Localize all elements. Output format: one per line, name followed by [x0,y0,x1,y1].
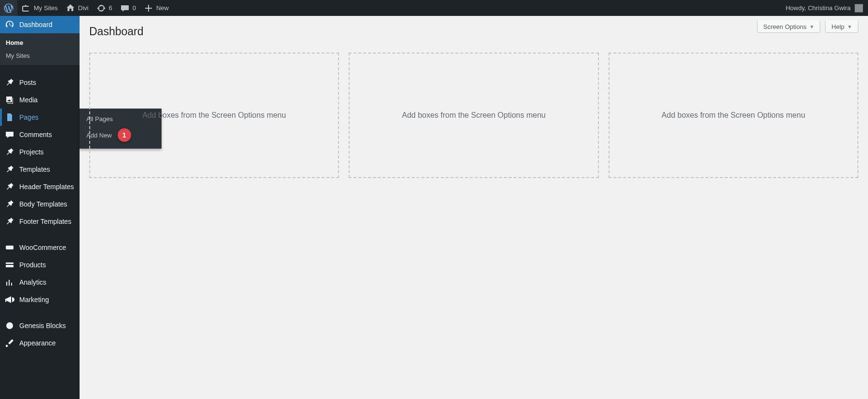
empty-box-text: Add boxes from the Screen Options menu [402,111,546,120]
network-icon [21,3,31,13]
sidebar-posts-label: Posts [19,79,75,86]
sidebar-body-templates-label: Body Templates [19,200,75,208]
sidebar-genesis-blocks-label: Genesis Blocks [19,322,75,330]
sidebar-item-woocommerce[interactable]: WooCommerce [0,239,80,256]
adminbar-updates-count: 6 [109,4,112,12]
plus-icon [144,3,153,13]
svg-point-1 [6,322,13,329]
svg-rect-0 [6,246,14,249]
empty-box-text: Add boxes from the Screen Options menu [142,111,286,120]
sidebar-item-pages[interactable]: Pages All Pages Add New 1 [0,109,80,126]
pushpin-icon [5,78,14,87]
page-title: Dashboard [89,21,144,40]
header-row: Dashboard Screen Options ▼ Help ▼ [89,16,858,40]
sidebar-analytics-label: Analytics [19,278,75,286]
sidebar-item-header-templates[interactable]: Header Templates [0,178,80,195]
sidebar-item-body-templates[interactable]: Body Templates [0,195,80,213]
howdy-text: Howdy, Christina Gwira [786,4,851,12]
sidebar-item-appearance[interactable]: Appearance [0,334,80,352]
wp-logo[interactable] [0,0,17,16]
help-label: Help [831,23,844,30]
home-icon [66,3,75,13]
sidebar-item-posts[interactable]: Posts [0,74,80,91]
adminbar-my-sites-label: My Sites [34,4,58,12]
sidebar-item-comments[interactable]: Comments [0,126,80,143]
help-button[interactable]: Help ▼ [825,21,858,33]
updates-icon [96,3,106,13]
sidebar-sub-my-sites[interactable]: My Sites [0,49,80,62]
adminbar-new-label: New [156,4,169,12]
pushpin-icon [5,165,14,174]
content-area: Dashboard Screen Options ▼ Help ▼ Add bo… [80,16,868,399]
pushpin-icon [5,182,14,192]
woocommerce-icon [5,243,14,252]
sidebar-woocommerce-label: WooCommerce [19,244,75,251]
adminbar-comments-count: 0 [133,4,136,12]
sidebar-item-projects[interactable]: Projects [0,143,80,161]
chevron-down-icon: ▼ [809,24,814,29]
megaphone-icon [5,295,14,304]
dashboard-empty-box: Add boxes from the Screen Options menu [89,53,339,178]
page-icon [5,112,14,122]
screen-options-label: Screen Options [763,23,807,30]
sidebar-templates-label: Templates [19,165,75,173]
sidebar-dashboard-submenu: Home My Sites [0,33,80,65]
sidebar-media-label: Media [19,96,75,104]
sidebar-item-media[interactable]: Media [0,91,80,109]
sidebar-sub-home[interactable]: Home [0,36,80,49]
sidebar-item-products[interactable]: Products [0,256,80,274]
sidebar-item-templates[interactable]: Templates [0,161,80,178]
empty-box-text: Add boxes from the Screen Options menu [662,111,805,120]
adminbar-comments[interactable]: 0 [116,0,140,16]
pushpin-icon [5,217,14,226]
adminbar-site-name-label: Divi [78,4,89,12]
sidebar-marketing-label: Marketing [19,296,75,303]
brush-icon [5,338,14,348]
sidebar-item-genesis-blocks[interactable]: Genesis Blocks [0,317,80,334]
analytics-icon [5,277,14,287]
genesis-icon [5,321,14,330]
sidebar-header-templates-label: Header Templates [19,183,75,191]
admin-sidebar: Dashboard Home My Sites Posts Media Page… [0,16,80,399]
sidebar-comments-label: Comments [19,131,75,138]
sidebar-projects-label: Projects [19,148,75,156]
sidebar-pages-label: Pages [19,113,75,121]
adminbar-account[interactable]: Howdy, Christina Gwira [781,4,868,13]
sidebar-dashboard-label: Dashboard [19,21,75,28]
wordpress-icon [4,3,14,13]
sidebar-appearance-label: Appearance [19,339,75,347]
sidebar-item-footer-templates[interactable]: Footer Templates [0,213,80,230]
dashboard-empty-box: Add boxes from the Screen Options menu [609,53,858,178]
screen-options-button[interactable]: Screen Options ▼ [757,21,821,33]
chevron-down-icon: ▼ [847,24,852,29]
adminbar-my-sites[interactable]: My Sites [17,0,62,16]
comment-icon [5,130,14,139]
sidebar-item-marketing[interactable]: Marketing [0,291,80,308]
dashboard-icon [5,20,14,29]
comments-icon [120,3,130,13]
admin-bar: My Sites Divi 6 0 New Howdy, Christina G… [0,0,868,16]
adminbar-site-name[interactable]: Divi [62,0,93,16]
products-icon [5,260,14,270]
adminbar-updates[interactable]: 6 [93,0,116,16]
dashboard-widgets-grid: Add boxes from the Screen Options menu A… [89,53,858,178]
pushpin-icon [5,147,14,157]
pushpin-icon [5,199,14,209]
dashboard-empty-box: Add boxes from the Screen Options menu [349,53,598,178]
adminbar-new[interactable]: New [140,0,173,16]
sidebar-item-analytics[interactable]: Analytics [0,274,80,291]
media-icon [5,95,14,105]
sidebar-item-dashboard[interactable]: Dashboard [0,16,80,33]
sidebar-footer-templates-label: Footer Templates [19,218,75,225]
sidebar-products-label: Products [19,261,75,269]
avatar [854,4,863,13]
